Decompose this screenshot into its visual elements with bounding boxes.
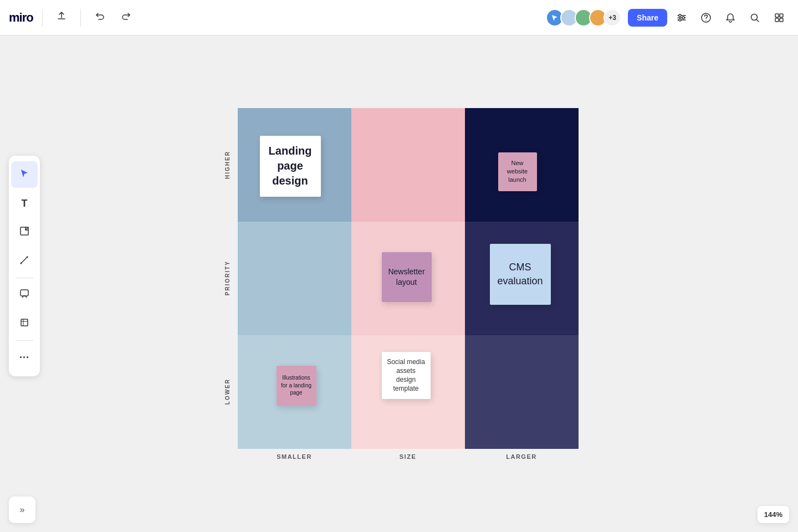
- newsletter-layout-card[interactable]: Newsletter layout: [382, 252, 432, 302]
- more-tools-button[interactable]: ···: [11, 344, 38, 371]
- matrix-grid-container: Landing page design New website launch: [238, 108, 579, 460]
- cell-mid-right: CMS evaluation: [465, 222, 579, 335]
- cell-bot-right: [465, 335, 579, 449]
- frame-tool-button[interactable]: [11, 310, 38, 337]
- x-label-smaller: SMALLER: [238, 453, 351, 460]
- zoom-level: 144%: [758, 506, 789, 523]
- svg-point-4: [705, 20, 707, 21]
- x-label-size: SIZE: [351, 453, 465, 460]
- tool-divider: [16, 278, 33, 278]
- y-label-priority: PRIORITY: [220, 222, 236, 335]
- cell-mid-left: [238, 222, 351, 335]
- matrix-outer: HIGHER PRIORITY LOWER Landing page desig…: [220, 108, 579, 460]
- notifications-button[interactable]: [720, 8, 740, 28]
- redo-button[interactable]: [116, 8, 136, 28]
- priority-label: PRIORITY: [224, 260, 231, 295]
- topbar: miro: [0, 0, 798, 35]
- x-label-larger: LARGER: [465, 453, 579, 460]
- line-tool-button[interactable]: [11, 248, 38, 274]
- collapse-icon: »: [20, 505, 25, 515]
- matrix-grid: Landing page design New website launch: [238, 108, 579, 449]
- text-tool-button[interactable]: T: [11, 190, 38, 217]
- avatar-group: +3: [546, 9, 621, 27]
- miro-logo: miro: [9, 11, 33, 25]
- svg-point-0: [679, 14, 681, 17]
- svg-point-1: [682, 17, 684, 19]
- share-button[interactable]: Share: [628, 9, 667, 27]
- svg-rect-9: [780, 18, 783, 22]
- new-website-launch-card[interactable]: New website launch: [498, 152, 537, 191]
- undo-button[interactable]: [90, 8, 110, 28]
- upload-button[interactable]: [52, 8, 71, 28]
- topbar-right: +3 Share: [546, 8, 789, 28]
- svg-rect-7: [780, 14, 783, 17]
- svg-rect-8: [775, 18, 779, 22]
- landing-page-design-card[interactable]: Landing page design: [260, 136, 321, 197]
- sticky-tool-button[interactable]: [11, 219, 38, 245]
- svg-point-5: [751, 14, 758, 20]
- pages-button[interactable]: [769, 8, 789, 28]
- customize-button[interactable]: [672, 8, 692, 28]
- svg-point-11: [21, 262, 22, 264]
- higher-label: HIGHER: [224, 151, 231, 179]
- lower-label: LOWER: [224, 378, 231, 405]
- cell-bot-left: Illustrations for a landing page: [238, 335, 351, 449]
- left-toolbar: T: [9, 156, 40, 376]
- svg-rect-6: [775, 14, 779, 17]
- text-icon: T: [22, 198, 28, 209]
- cell-mid-mid: Newsletter layout: [351, 222, 465, 335]
- cursor-icon: [19, 168, 29, 181]
- collapse-button[interactable]: »: [9, 497, 35, 523]
- y-labels: HIGHER PRIORITY LOWER: [220, 108, 236, 449]
- x-axis-labels: SMALLER SIZE LARGER: [238, 453, 579, 460]
- cms-evaluation-card[interactable]: CMS evaluation: [490, 244, 551, 305]
- search-button[interactable]: [745, 8, 765, 28]
- matrix-with-labels: HIGHER PRIORITY LOWER Landing page desig…: [220, 108, 579, 460]
- y-label-higher: HIGHER: [220, 108, 236, 222]
- canvas: HIGHER PRIORITY LOWER Landing page desig…: [0, 35, 798, 532]
- cell-top-mid: [351, 108, 465, 222]
- line-icon: [19, 255, 29, 268]
- cell-top-right: New website launch: [465, 108, 579, 222]
- select-tool-button[interactable]: [11, 161, 38, 188]
- svg-rect-13: [21, 290, 28, 296]
- redo-icon: [121, 11, 131, 24]
- comment-tool-button[interactable]: [11, 282, 38, 308]
- topbar-left: miro: [9, 8, 136, 28]
- y-label-lower: LOWER: [220, 335, 236, 449]
- sticky-note-icon: [19, 226, 29, 239]
- tool-divider2: [16, 340, 33, 341]
- help-button[interactable]: [696, 8, 716, 28]
- upload-icon: [57, 11, 66, 24]
- illustrations-landing-card[interactable]: Illustrations for a landing page: [277, 366, 316, 406]
- cell-bot-mid: Social media assets design template: [351, 335, 465, 449]
- topbar-divider2: [80, 9, 81, 27]
- frame-icon: [19, 318, 29, 330]
- more-icon: ···: [19, 352, 29, 364]
- svg-point-2: [679, 19, 681, 21]
- avatar-count: +3: [603, 9, 621, 27]
- social-media-assets-card[interactable]: Social media assets design template: [382, 352, 431, 399]
- comment-icon: [19, 289, 29, 301]
- cell-top-left: Landing page design: [238, 108, 351, 222]
- topbar-divider: [42, 9, 43, 27]
- svg-rect-14: [21, 319, 28, 326]
- undo-icon: [95, 11, 105, 24]
